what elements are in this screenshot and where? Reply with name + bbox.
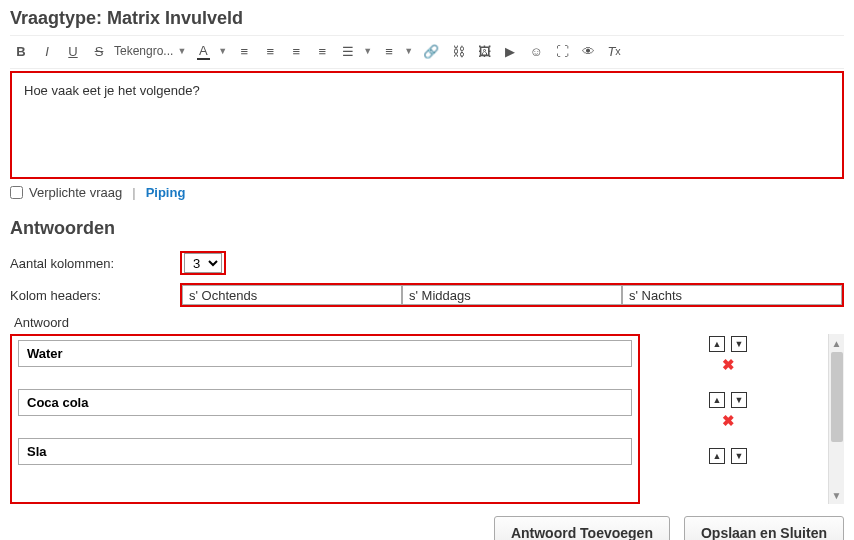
fontsize-select[interactable]: Tekengro...	[114, 42, 173, 60]
preview-button[interactable]: 👁	[577, 40, 599, 62]
chevron-down-icon: ▼	[218, 46, 227, 56]
delete-answer-button[interactable]: ✖	[722, 412, 735, 430]
scroll-down-button[interactable]: ▼	[829, 486, 844, 504]
clear-format-button[interactable]: Tx	[603, 40, 625, 62]
answer-controls: ▲ ▼ ✖ ▲ ▼ ✖ ▲ ▼	[648, 334, 808, 504]
save-close-button[interactable]: Opslaan en Sluiten	[684, 516, 844, 540]
column-header-input[interactable]: s' Ochtends	[182, 285, 402, 305]
question-text: Hoe vaak eet je het volgende?	[24, 83, 830, 98]
text-color-button[interactable]: A	[192, 40, 214, 62]
align-justify-button[interactable]: ≡	[311, 40, 333, 62]
piping-link[interactable]: Piping	[146, 185, 186, 200]
headers-label: Kolom headers:	[10, 288, 180, 303]
move-down-button[interactable]: ▼	[731, 448, 747, 464]
move-down-button[interactable]: ▼	[731, 392, 747, 408]
underline-button[interactable]: U	[62, 40, 84, 62]
delete-answer-button[interactable]: ✖	[722, 356, 735, 374]
align-center-button[interactable]: ≡	[259, 40, 281, 62]
page-title: Vraagtype: Matrix Invulveld	[10, 8, 844, 29]
column-header-input[interactable]: s' Nachts	[622, 285, 842, 305]
question-options: Verplichte vraag | Piping	[10, 185, 844, 200]
align-left-button[interactable]: ≡	[233, 40, 255, 62]
answers-list-container	[10, 334, 640, 504]
editor-toolbar: B I U S Tekengro... ▼ A ▼ ≡ ≡ ≡ ≡ ☰ ▼ ≡ …	[10, 35, 844, 69]
answers-scrollbar[interactable]: ▲ ▼	[828, 334, 844, 504]
column-header-input[interactable]: s' Middags	[402, 285, 622, 305]
chevron-down-icon: ▼	[404, 46, 413, 56]
fullscreen-button[interactable]: ⛶	[551, 40, 573, 62]
columns-label: Aantal kolommen:	[10, 256, 180, 271]
emoji-button[interactable]: ☺	[525, 40, 547, 62]
unlink-button[interactable]: ⛓	[447, 40, 469, 62]
move-up-button[interactable]: ▲	[709, 392, 725, 408]
image-button[interactable]: 🖼	[473, 40, 495, 62]
list-button[interactable]: ☰	[337, 40, 359, 62]
columns-select[interactable]: 3	[184, 253, 222, 273]
answers-heading: Antwoorden	[10, 218, 844, 239]
separator: |	[132, 185, 135, 200]
italic-button[interactable]: I	[36, 40, 58, 62]
chevron-down-icon: ▼	[177, 46, 186, 56]
answer-input[interactable]	[18, 438, 632, 465]
answer-column-label: Antwoord	[14, 315, 844, 330]
video-button[interactable]: ▶	[499, 40, 521, 62]
bold-button[interactable]: B	[10, 40, 32, 62]
numbered-list-button[interactable]: ≡	[378, 40, 400, 62]
required-checkbox[interactable]	[10, 186, 23, 199]
required-label: Verplichte vraag	[29, 185, 122, 200]
strike-button[interactable]: S	[88, 40, 110, 62]
column-headers-container: s' Ochtends s' Middags s' Nachts	[180, 283, 844, 307]
scroll-thumb[interactable]	[831, 352, 843, 442]
scroll-track[interactable]	[829, 442, 844, 486]
move-down-button[interactable]: ▼	[731, 336, 747, 352]
move-up-button[interactable]: ▲	[709, 448, 725, 464]
chevron-down-icon: ▼	[363, 46, 372, 56]
columns-select-highlight: 3	[180, 251, 226, 275]
answer-input[interactable]	[18, 340, 632, 367]
move-up-button[interactable]: ▲	[709, 336, 725, 352]
link-button[interactable]: 🔗	[419, 40, 443, 62]
add-answer-button[interactable]: Antwoord Toevoegen	[494, 516, 670, 540]
question-textarea[interactable]: Hoe vaak eet je het volgende?	[10, 71, 844, 179]
scroll-up-button[interactable]: ▲	[829, 334, 844, 352]
answer-input[interactable]	[18, 389, 632, 416]
align-right-button[interactable]: ≡	[285, 40, 307, 62]
